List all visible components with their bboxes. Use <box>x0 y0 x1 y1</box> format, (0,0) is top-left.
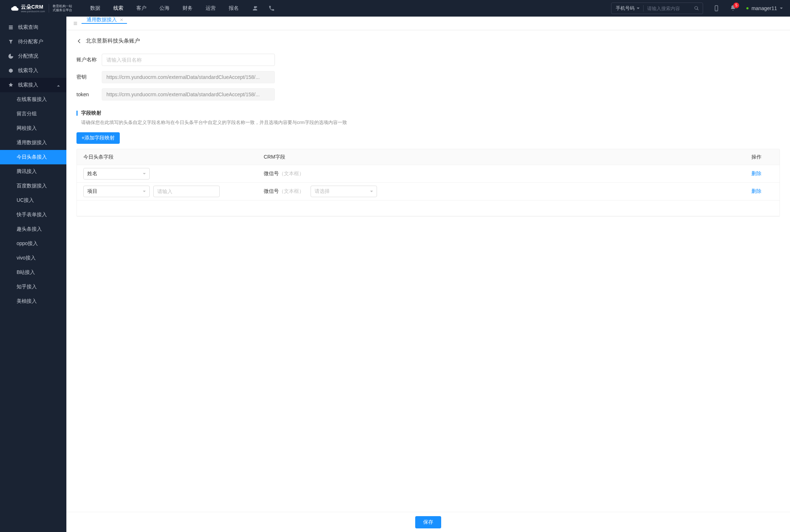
mapping-hint: 请确保您在此填写的头条自定义字段名称与在今日头条平台中自定义的字段名称一致，并且… <box>76 119 780 126</box>
sidebar-item-expanded[interactable]: 线索接入 <box>0 78 66 92</box>
mapping-section-title: 字段映射 <box>81 110 101 116</box>
tab-label: 通用数据接入 <box>87 17 117 23</box>
footer-bar: 保存 <box>66 512 790 532</box>
user-plus-icon[interactable] <box>252 5 258 12</box>
top-header: 云朵CRM www.yunduocrm.com 教育机构一站 式服务云平台 数据… <box>0 0 790 17</box>
crm-field-select[interactable]: 请选择 <box>311 186 377 197</box>
sidebar-icon <box>8 68 14 74</box>
sidebar-item[interactable]: 线索查询 <box>0 20 66 35</box>
sidebar-subitem[interactable]: oppo接入 <box>0 236 66 251</box>
page-title: 北京昱新科技头条账户 <box>86 37 140 44</box>
sidebar-toggle[interactable] <box>69 17 82 30</box>
secret-input[interactable] <box>102 71 275 83</box>
mobile-icon[interactable] <box>713 5 720 12</box>
crm-field-name: 微信号 <box>264 170 279 176</box>
table-header-action: 操作 <box>751 154 773 160</box>
notification-badge: 5 <box>733 3 739 8</box>
sidebar-subitem[interactable]: 在线客服接入 <box>0 92 66 107</box>
account-name-input[interactable] <box>102 54 275 66</box>
top-nav-icons <box>252 5 275 12</box>
sidebar-subitem[interactable]: B站接入 <box>0 265 66 280</box>
account-name-label: 账户名称 <box>76 57 102 63</box>
caret-down-icon <box>780 8 783 10</box>
sidebar-item[interactable]: 分配情况 <box>0 49 66 63</box>
sidebar-subitem[interactable]: 腾讯接入 <box>0 164 66 179</box>
search-input[interactable] <box>644 6 690 11</box>
crm-field-type: （文本框） <box>279 170 304 176</box>
sidebar-subitem[interactable]: 快手表单接入 <box>0 208 66 222</box>
delete-row-link[interactable]: 删除 <box>751 188 762 194</box>
toutiao-field-extra-input[interactable] <box>153 186 220 197</box>
sidebar-subitem[interactable]: 知乎接入 <box>0 280 66 294</box>
nav-item[interactable]: 数据 <box>90 5 100 12</box>
sidebar-subitem[interactable]: 通用数据接入 <box>0 136 66 150</box>
logo-description: 教育机构一站 式服务云平台 <box>53 4 72 12</box>
nav-item[interactable]: 运营 <box>206 5 216 12</box>
tab-close-icon[interactable]: ✕ <box>120 17 123 22</box>
sidebar-subitem[interactable]: 网校接入 <box>0 121 66 136</box>
svg-point-1 <box>716 10 717 11</box>
nav-item[interactable]: 线索 <box>113 5 123 12</box>
delete-row-link[interactable]: 删除 <box>751 170 762 176</box>
chevron-up-icon <box>57 84 60 87</box>
status-dot-icon <box>746 7 749 9</box>
sidebar-subitem[interactable]: 留言分组 <box>0 107 66 121</box>
sidebar-icon <box>8 82 14 88</box>
sidebar: 线索查询待分配客户分配情况线索导入线索接入在线客服接入留言分组网校接入通用数据接… <box>0 17 66 532</box>
search-icon <box>694 6 699 11</box>
sidebar-subitem[interactable]: 今日头条接入 <box>0 150 66 164</box>
crm-field-name: 微信号 <box>264 188 279 194</box>
crm-field-type: （文本框） <box>279 188 304 194</box>
back-arrow-icon[interactable] <box>76 38 82 44</box>
save-button[interactable]: 保存 <box>415 516 441 528</box>
phone-icon[interactable] <box>268 5 275 12</box>
toutiao-field-select[interactable]: 项目 <box>83 186 150 197</box>
search-type-select[interactable]: 手机号码 <box>611 3 643 14</box>
table-row: 项目微信号（文本框）请选择删除 <box>77 183 780 200</box>
logo[interactable]: 云朵CRM www.yunduocrm.com 教育机构一站 式服务云平台 <box>11 4 72 13</box>
table-header-crm: CRM字段 <box>264 154 751 160</box>
notifications[interactable]: 5 <box>730 5 736 12</box>
table-row: 姓名微信号（文本框）删除 <box>77 165 780 183</box>
add-mapping-button[interactable]: +添加字段映射 <box>76 132 120 144</box>
sidebar-item[interactable]: 待分配客户 <box>0 35 66 49</box>
mapping-table: 今日头条字段 CRM字段 操作 姓名微信号（文本框）删除项目微信号（文本框）请选… <box>76 149 780 217</box>
sidebar-icon <box>8 25 14 30</box>
sidebar-subitem[interactable]: UC接入 <box>0 193 66 208</box>
toutiao-field-select[interactable]: 姓名 <box>83 168 150 179</box>
sidebar-subitem[interactable]: vivo接入 <box>0 251 66 265</box>
table-header-field: 今日头条字段 <box>83 154 264 160</box>
username: manager11 <box>751 5 777 11</box>
logo-divider <box>49 4 49 13</box>
nav-item[interactable]: 报名 <box>229 5 239 12</box>
search-group: 手机号码 <box>611 3 703 14</box>
table-row <box>77 200 780 216</box>
user-menu[interactable]: manager11 <box>746 5 783 11</box>
secret-label: 密钥 <box>76 74 102 80</box>
nav-item[interactable]: 客户 <box>136 5 146 12</box>
breadcrumb: 北京昱新科技头条账户 <box>76 37 780 44</box>
sidebar-subitem[interactable]: 趣头条接入 <box>0 222 66 236</box>
top-nav: 数据线索客户公海财务运营报名 <box>90 5 239 12</box>
logo-main-text: 云朵CRM <box>21 4 45 9</box>
sidebar-subitem[interactable]: 美柚接入 <box>0 294 66 309</box>
section-bar-icon <box>76 111 78 116</box>
page-content: 北京昱新科技头条账户 账户名称 密钥 token 字段映射 <box>66 30 790 532</box>
token-input[interactable] <box>102 88 275 101</box>
sidebar-icon <box>8 39 14 45</box>
tab[interactable]: 通用数据接入✕ <box>82 17 127 24</box>
nav-item[interactable]: 财务 <box>183 5 193 12</box>
logo-sub-text: www.yunduocrm.com <box>21 10 45 13</box>
menu-collapse-icon <box>73 21 78 26</box>
sidebar-item[interactable]: 线索导入 <box>0 63 66 78</box>
token-label: token <box>76 92 102 97</box>
sidebar-subitem[interactable]: 百度数据接入 <box>0 179 66 193</box>
sidebar-icon <box>8 53 14 59</box>
nav-item[interactable]: 公海 <box>159 5 170 12</box>
cloud-logo-icon <box>11 4 19 12</box>
main-area: 通用数据接入✕ 北京昱新科技头条账户 账户名称 密钥 token <box>66 17 790 532</box>
search-button[interactable] <box>690 3 703 14</box>
tabs-bar: 通用数据接入✕ <box>66 17 790 30</box>
